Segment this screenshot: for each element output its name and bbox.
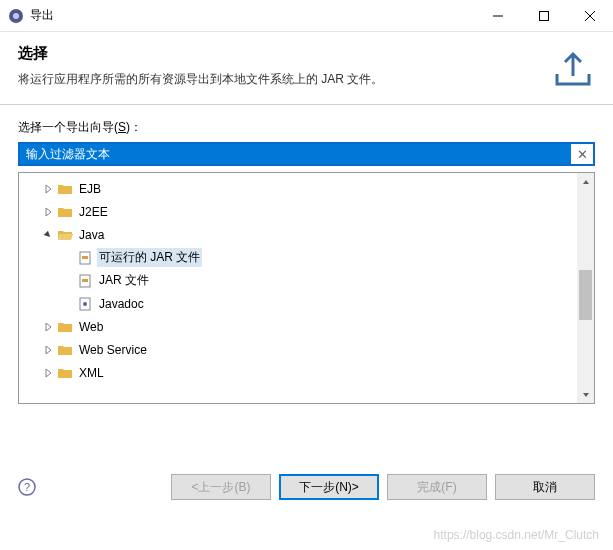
tree-item-label: Javadoc [97, 296, 146, 312]
button-bar: ? <上一步(B) 下一步(N)> 完成(F) 取消 [0, 460, 613, 514]
close-button[interactable] [567, 0, 613, 32]
expander-spacer [61, 297, 75, 311]
filter-input[interactable] [20, 144, 571, 164]
tree-item[interactable]: Java [19, 223, 577, 246]
tree-item[interactable]: Web [19, 315, 577, 338]
scroll-thumb[interactable] [579, 270, 592, 320]
tree-item-label: J2EE [77, 204, 110, 220]
tree-item-label: Java [77, 227, 106, 243]
tree-item[interactable]: XML [19, 361, 577, 384]
next-button[interactable]: 下一步(N)> [279, 474, 379, 500]
expander-icon[interactable] [41, 343, 55, 357]
folder-icon [57, 365, 73, 381]
cancel-button[interactable]: 取消 [495, 474, 595, 500]
content-area: 选择一个导出向导(S)： ✕ EJBJ2EEJava可运行的 JAR 文件JAR… [0, 105, 613, 418]
folder-icon [57, 319, 73, 335]
expander-spacer [61, 251, 75, 265]
finish-button[interactable]: 完成(F) [387, 474, 487, 500]
maximize-button[interactable] [521, 0, 567, 32]
svg-text:?: ? [24, 481, 30, 493]
svg-point-1 [13, 13, 19, 19]
tree-item[interactable]: EJB [19, 177, 577, 200]
expander-spacer [61, 274, 75, 288]
back-button[interactable]: <上一步(B) [171, 474, 271, 500]
select-prompt: 选择一个导出向导(S)： [18, 119, 595, 136]
filter-row: ✕ [18, 142, 595, 166]
svg-rect-9 [82, 279, 88, 282]
scroll-up-icon[interactable] [577, 173, 594, 190]
clear-filter-icon[interactable]: ✕ [571, 147, 593, 162]
scroll-track[interactable] [577, 190, 594, 386]
expander-icon[interactable] [41, 366, 55, 380]
tree-item-label: EJB [77, 181, 103, 197]
folder-icon [57, 204, 73, 220]
window-title: 导出 [30, 7, 475, 24]
svg-rect-3 [540, 11, 549, 20]
jar-icon [77, 273, 93, 289]
watermark: https://blog.csdn.net/Mr_Clutch [434, 528, 599, 542]
tree-item[interactable]: Javadoc [19, 292, 577, 315]
tree-item[interactable]: JAR 文件 [19, 269, 577, 292]
tree-item-label: XML [77, 365, 106, 381]
jar-icon [77, 250, 93, 266]
page-title: 选择 [18, 44, 383, 63]
export-icon [551, 44, 595, 92]
titlebar: 导出 [0, 0, 613, 32]
expander-icon[interactable] [41, 320, 55, 334]
wizard-tree[interactable]: EJBJ2EEJava可运行的 JAR 文件JAR 文件JavadocWebWe… [19, 173, 577, 403]
help-icon[interactable]: ? [18, 478, 36, 496]
tree-item-label: 可运行的 JAR 文件 [97, 248, 202, 267]
page-description: 将运行应用程序所需的所有资源导出到本地文件系统上的 JAR 文件。 [18, 71, 383, 88]
svg-point-11 [83, 302, 87, 306]
folder-icon [57, 181, 73, 197]
app-icon [8, 8, 24, 24]
svg-rect-7 [82, 256, 88, 259]
tree-item-label: Web [77, 319, 105, 335]
tree-item-label: JAR 文件 [97, 271, 151, 290]
tree-item[interactable]: 可运行的 JAR 文件 [19, 246, 577, 269]
wizard-header: 选择 将运行应用程序所需的所有资源导出到本地文件系统上的 JAR 文件。 [0, 32, 613, 104]
folder-open-icon [57, 227, 73, 243]
expander-icon[interactable] [41, 228, 55, 242]
expander-icon[interactable] [41, 182, 55, 196]
doc-icon [77, 296, 93, 312]
tree-item-label: Web Service [77, 342, 149, 358]
folder-icon [57, 342, 73, 358]
tree-item[interactable]: Web Service [19, 338, 577, 361]
minimize-button[interactable] [475, 0, 521, 32]
tree-container: EJBJ2EEJava可运行的 JAR 文件JAR 文件JavadocWebWe… [18, 172, 595, 404]
tree-item[interactable]: J2EE [19, 200, 577, 223]
scrollbar[interactable] [577, 173, 594, 403]
scroll-down-icon[interactable] [577, 386, 594, 403]
expander-icon[interactable] [41, 205, 55, 219]
